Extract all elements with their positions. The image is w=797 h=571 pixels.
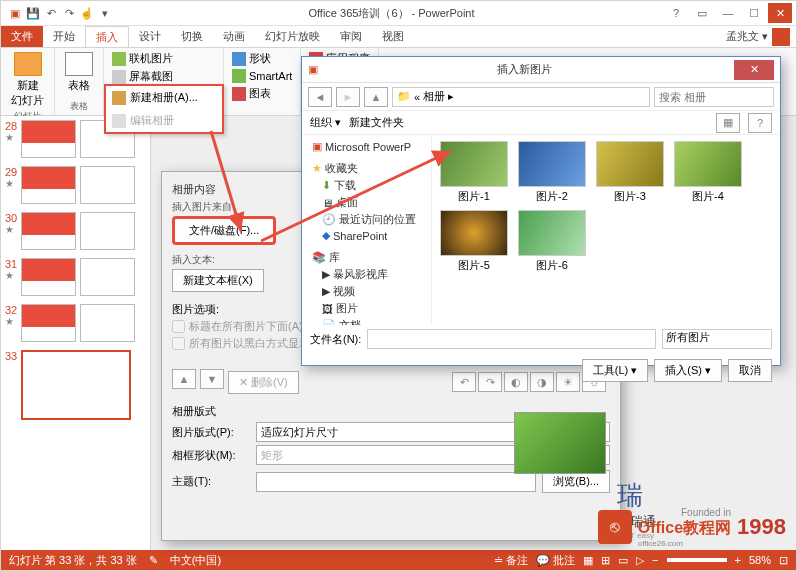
screenshot-button[interactable]: 屏幕截图 <box>110 68 217 85</box>
slide-thumb-33[interactable]: 33 <box>1 346 150 424</box>
new-slide-icon <box>14 52 42 76</box>
cancel-button[interactable]: 取消 <box>728 359 772 382</box>
file-item-4[interactable]: 图片-4 <box>672 141 744 204</box>
tree-pics[interactable]: 🖼图片 <box>306 300 427 317</box>
minimize-icon[interactable]: — <box>716 3 740 23</box>
annotation-arrow-2 <box>261 141 461 253</box>
filename-input[interactable] <box>367 329 656 349</box>
slide-thumb-29[interactable]: 29★ <box>1 162 150 208</box>
view-slideshow-icon[interactable]: ▷ <box>636 554 644 567</box>
view-reading-icon[interactable]: ▭ <box>618 554 628 567</box>
redo-icon[interactable]: ↷ <box>61 5 77 21</box>
help-dlg-icon[interactable]: ? <box>748 113 772 133</box>
avatar[interactable] <box>772 28 790 46</box>
file-dialog-close[interactable]: ✕ <box>734 60 774 80</box>
close-icon[interactable]: ✕ <box>768 3 792 23</box>
user-area[interactable]: 孟兆文 ▾ <box>726 26 796 47</box>
shapes-button[interactable]: 形状 <box>230 50 294 67</box>
svg-line-0 <box>211 131 241 231</box>
comments-button[interactable]: 💬 批注 <box>536 553 575 568</box>
tools-button[interactable]: 工具(L) ▾ <box>582 359 649 382</box>
nav-fwd-icon: ► <box>336 87 360 107</box>
zoom-out-icon[interactable]: − <box>652 554 658 566</box>
spell-icon[interactable]: ✎ <box>149 554 158 567</box>
shapes-icon <box>232 52 246 66</box>
new-album-icon <box>112 91 126 105</box>
tree-videos[interactable]: ▶暴风影视库 <box>306 266 427 283</box>
slide-thumb-30[interactable]: 30★ <box>1 208 150 254</box>
file-item-6[interactable]: 图片-6 <box>516 210 588 273</box>
help-icon[interactable]: ? <box>664 3 688 23</box>
zoom-slider[interactable] <box>667 558 727 562</box>
new-folder-button[interactable]: 新建文件夹 <box>349 115 404 130</box>
zoom-level[interactable]: 58% <box>749 554 771 566</box>
search-input[interactable] <box>654 87 774 107</box>
organize-button[interactable]: 组织 ▾ <box>310 115 341 130</box>
screenshot-icon <box>112 70 126 84</box>
move-down-button[interactable]: ▼ <box>200 369 224 389</box>
nav-back-icon[interactable]: ◄ <box>308 87 332 107</box>
tree-docs[interactable]: 📄文档 <box>306 317 427 325</box>
insert-button[interactable]: 插入(S) ▾ <box>654 359 722 382</box>
lang-status[interactable]: 中文(中国) <box>170 553 221 568</box>
touch-icon[interactable]: ☝ <box>79 5 95 21</box>
tab-view[interactable]: 视图 <box>372 26 414 47</box>
ribbon-opts-icon[interactable]: ▭ <box>690 3 714 23</box>
slide-thumb-32[interactable]: 32★ <box>1 300 150 346</box>
notes-button[interactable]: ≐ 备注 <box>494 553 528 568</box>
theme-input[interactable] <box>256 472 536 492</box>
view-icon[interactable]: ▦ <box>716 113 740 133</box>
nav-up-icon[interactable]: ▲ <box>364 87 388 107</box>
file-item-2[interactable]: 图片-2 <box>516 141 588 204</box>
pp-small-icon: ▣ <box>308 63 318 76</box>
slide-thumb-31[interactable]: 31★ <box>1 254 150 300</box>
chart-button[interactable]: 图表 <box>230 85 294 102</box>
office-logo-icon: ⎋ <box>598 510 632 544</box>
table-button[interactable]: 表格 <box>61 50 97 95</box>
move-up-button[interactable]: ▲ <box>172 369 196 389</box>
tab-review[interactable]: 审阅 <box>330 26 372 47</box>
office-watermark: ⎋ Founded in Office教程网 office26.com 1998 <box>598 506 786 548</box>
folder-icon: 📁 <box>397 90 411 103</box>
tab-animations[interactable]: 动画 <box>213 26 255 47</box>
title-bar: ▣ 💾 ↶ ↷ ☝ ▾ Office 365培训（6） - PowerPoint… <box>1 1 796 26</box>
save-icon[interactable]: 💾 <box>25 5 41 21</box>
tab-home[interactable]: 开始 <box>43 26 85 47</box>
tab-file[interactable]: 文件 <box>1 26 43 47</box>
new-album-item[interactable]: 新建相册(A)... <box>106 86 222 109</box>
slide-counter: 幻灯片 第 33 张，共 33 张 <box>9 553 137 568</box>
file-item-3[interactable]: 图片-3 <box>594 141 666 204</box>
chart-icon <box>232 87 246 101</box>
tab-insert[interactable]: 插入 <box>85 26 129 47</box>
filetype-combo[interactable]: 所有图片 <box>662 329 772 349</box>
fit-icon[interactable]: ⊡ <box>779 554 788 567</box>
slide-panel[interactable]: 28★ 29★ 30★ 31★ 32★ 33 <box>1 116 151 550</box>
maximize-icon[interactable]: ☐ <box>742 3 766 23</box>
view-sorter-icon[interactable]: ⊞ <box>601 554 610 567</box>
tab-slideshow[interactable]: 幻灯片放映 <box>255 26 330 47</box>
qat-more-icon[interactable]: ▾ <box>97 5 113 21</box>
album-dropdown: 新建相册(A)... 编辑相册 <box>104 84 224 134</box>
address-bar[interactable]: 📁«相册▸ <box>392 87 650 107</box>
new-textbox-button[interactable]: 新建文本框(X) <box>172 269 264 292</box>
file-dialog-title: 插入新图片 <box>318 62 730 77</box>
zoom-in-icon[interactable]: + <box>735 554 741 566</box>
user-name: 孟兆文 ▾ <box>726 29 768 44</box>
annotation-arrow-1 <box>201 131 261 243</box>
new-slide-button[interactable]: 新建 幻灯片 <box>7 50 48 110</box>
online-pic-button[interactable]: 联机图片 <box>110 50 217 67</box>
remove-button: ✕ 删除(V) <box>228 371 299 394</box>
view-normal-icon[interactable]: ▦ <box>583 554 593 567</box>
svg-line-1 <box>261 151 451 241</box>
undo-icon[interactable]: ↶ <box>43 5 59 21</box>
tab-design[interactable]: 设计 <box>129 26 171 47</box>
group-images: 联机图片 屏幕截图 相册▾ 新建相册(A)... 编辑相册 <box>104 48 224 115</box>
file-list[interactable]: 图片-1 图片-2 图片-3 图片-4 图片-5 图片-6 <box>432 135 780 325</box>
tab-transitions[interactable]: 切换 <box>171 26 213 47</box>
window-title: Office 365培训（6） - PowerPoint <box>119 6 664 21</box>
status-bar: 幻灯片 第 33 张，共 33 张 ✎ 中文(中国) ≐ 备注 💬 批注 ▦ ⊞… <box>1 550 796 570</box>
tree-vids2[interactable]: ▶视频 <box>306 283 427 300</box>
online-pic-icon <box>112 52 126 66</box>
smartart-button[interactable]: SmartArt <box>230 68 294 84</box>
pp-icon: ▣ <box>7 5 23 21</box>
